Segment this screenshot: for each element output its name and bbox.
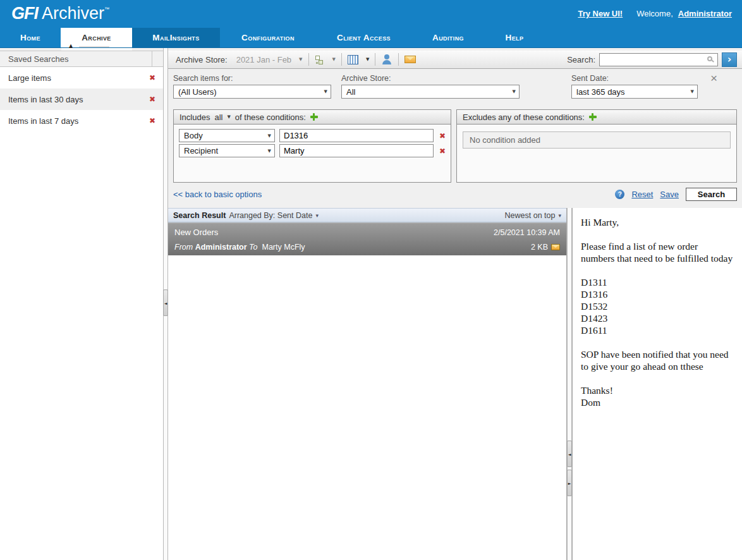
toolbar-separator [308,53,309,66]
archive-store-toolbar-value[interactable]: 2021 Jan - Feb [236,55,291,64]
tab-mailinsights[interactable]: MailInsights [132,28,220,47]
remove-condition-icon[interactable]: ✖ [439,131,446,140]
logo-gfi: GFI [11,4,38,23]
arranged-by-control[interactable]: Arranged By: Sent Date [229,211,312,220]
sort-order-label: Newest on top [505,211,556,220]
search-results-header: Search Result Arranged By: Sent Date ▾ N… [168,208,566,222]
sort-arrow-icon[interactable]: ▾ [315,212,319,219]
saved-search-large-items[interactable]: Large items ✖ [0,67,163,88]
no-condition-box: No condition added [463,131,731,149]
gfi-archiver-logo: GFIArchiver™ [11,4,109,23]
tab-help[interactable]: Help [485,28,544,47]
advanced-search-panel: Search items for: (All Users) ▼ Archive … [168,69,742,208]
user-icon[interactable] [381,54,392,64]
sidebar-collapse-handle[interactable]: ◄ [163,289,168,316]
search-label: Search: [567,55,595,64]
tab-configuration[interactable]: Configuration [220,28,316,47]
close-advanced-search-icon[interactable]: × [710,72,717,84]
reset-link[interactable]: Reset [631,190,653,199]
saved-search-last-30-days[interactable]: Items in last 30 days ✖ [0,88,163,110]
tab-archive-label: Archive [82,33,111,42]
tab-auditing[interactable]: Auditing [411,28,485,47]
tab-client-access[interactable]: Client Access [316,28,411,47]
saved-searches-sidebar: Saved Searches Large items ✖ Items in la… [0,48,163,560]
grouping-icon[interactable] [315,55,325,64]
result-item-line1: New Orders 2/5/2021 10:39 AM [174,228,560,237]
columns-view-icon[interactable] [348,55,358,64]
toolbar-search-group: Search: › [567,52,737,67]
tab-mailinsights-label: MailInsights [152,33,199,42]
condition-value-input[interactable] [279,129,434,142]
help-icon[interactable]: ? [615,190,624,199]
add-include-condition-icon[interactable] [310,113,318,121]
save-link[interactable]: Save [660,190,679,199]
welcome-text: Welcome, [636,9,673,18]
condition-row: Recipient ▼ ✖ [179,144,446,157]
header-links: Try New UI! Welcome, Administrator [578,9,732,18]
excludes-header: Excludes any of these conditions: [457,110,736,125]
sort-arrow-icon: ▾ [558,212,561,219]
email-signature: Thanks! Dom [581,384,736,408]
main-panel: Archive Store: 2021 Jan - Feb ▼ ▼ ▼ Sear… [168,48,742,560]
sent-date-value: last 365 days [576,87,625,97]
to-value: Marty McFly [262,243,305,252]
chevron-down-icon[interactable]: ▼ [227,114,230,119]
from-label: From [174,243,193,252]
saved-searches-title: Saved Searches [8,54,68,64]
columns-dropdown-arrow-icon[interactable]: ▼ [366,57,369,62]
flyout-remnant-bar [79,46,109,47]
delete-saved-search-icon[interactable]: ✖ [149,116,155,125]
sent-date-label: Sent Date: [571,74,609,83]
delete-saved-search-icon[interactable]: ✖ [149,73,155,82]
back-to-basic-options-link[interactable]: << back to basic options [173,190,262,199]
result-item-line2: From Administrator To Marty McFly 2 KB [174,243,560,252]
sort-order-control[interactable]: Newest on top ▾ [505,211,561,220]
preview-expand-handle[interactable]: ► [567,470,572,496]
condition-field-dropdown[interactable]: Recipient ▼ [179,144,275,157]
condition-field-value: Body [184,131,203,140]
email-paragraph: Please find a list of new order numbers … [581,240,736,264]
archive-store-filter-dropdown[interactable]: All ▼ [341,85,520,99]
includes-match-dropdown[interactable]: all [214,113,222,122]
delete-saved-search-icon[interactable]: ✖ [149,95,155,104]
saved-search-label: Large items [8,73,51,83]
app-header: GFIArchiver™ Try New UI! Welcome, Admini… [0,0,742,48]
condition-row: Body ▼ ✖ [179,129,446,142]
gfi-archiver-app: GFIArchiver™ Try New UI! Welcome, Admini… [0,0,742,560]
tab-help-label: Help [506,33,524,42]
condition-field-dropdown[interactable]: Body ▼ [179,129,275,142]
condition-value-input[interactable] [279,144,434,157]
saved-search-last-7-days[interactable]: Items in last 7 days ✖ [0,110,163,131]
result-size-group: 2 KB [531,243,560,252]
sent-date-dropdown[interactable]: last 365 days ▼ [571,85,698,99]
email-greeting: Hi Marty, [581,216,736,228]
saved-searches-header: Saved Searches [0,51,163,67]
add-exclude-condition-icon[interactable] [589,113,597,121]
search-items-for-dropdown[interactable]: (All Users) ▼ [173,85,331,99]
search-button[interactable]: Search [686,188,737,201]
remove-condition-icon[interactable]: ✖ [439,147,446,155]
tab-home-label: Home [20,33,40,42]
logo-product: Archiver [42,4,104,23]
tab-home[interactable]: Home [0,28,61,47]
preview-splitter[interactable]: ◄ ► [567,208,572,560]
excludes-title: Excludes any of these conditions: [463,113,585,122]
from-value: Administrator [195,243,247,252]
result-item-selected[interactable]: New Orders 2/5/2021 10:39 AM From Admini… [168,222,566,255]
preview-collapse-handle[interactable]: ◄ [567,441,572,467]
search-input[interactable] [599,53,718,66]
try-new-ui-link[interactable]: Try New UI! [578,9,623,18]
toolbar-separator [341,53,342,66]
toolbar-separator [375,53,375,66]
envelope-icon[interactable] [404,56,416,63]
content-area: Saved Searches Large items ✖ Items in la… [0,48,742,560]
saved-search-label: Items in last 30 days [8,95,83,104]
grouping-icon-dot [316,62,318,64]
includes-header: Includes all ▼ of these conditions: [174,110,451,125]
search-go-button[interactable]: › [722,52,737,67]
grouping-dropdown-arrow-icon[interactable]: ▼ [332,57,336,62]
archive-store-dropdown-arrow-icon[interactable]: ▼ [299,57,302,62]
logo-trademark: ™ [104,6,109,12]
sidebar-splitter[interactable]: ◄ [163,48,168,560]
administrator-link[interactable]: Administrator [678,9,732,18]
